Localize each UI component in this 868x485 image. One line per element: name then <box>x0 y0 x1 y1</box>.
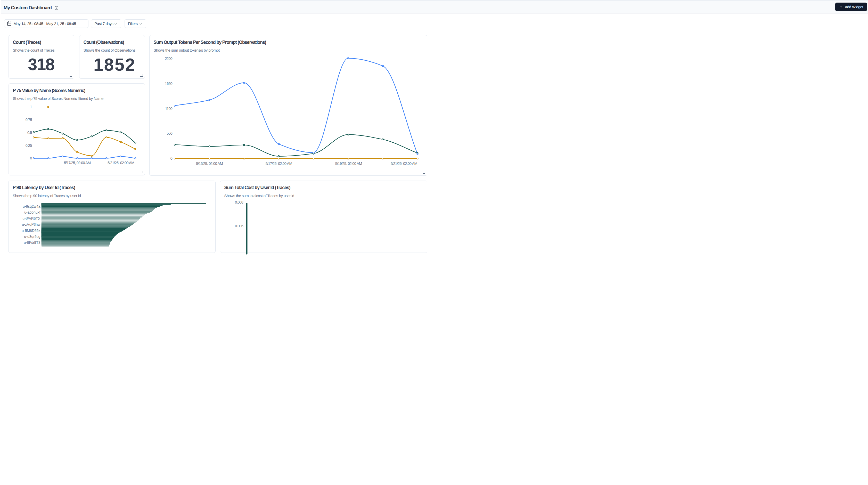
svg-text:u-aobnuxf: u-aobnuxf <box>24 210 40 214</box>
svg-text:0.75: 0.75 <box>25 118 32 122</box>
svg-text:5/21/25, 02:00 AM: 5/21/25, 02:00 AM <box>107 161 134 165</box>
svg-text:5/21/25, 02:00 AM: 5/21/25, 02:00 AM <box>391 161 417 165</box>
svg-text:0.008: 0.008 <box>235 200 243 204</box>
svg-text:550: 550 <box>166 131 172 135</box>
svg-text:0: 0 <box>30 156 32 160</box>
svg-text:5/19/25, 02:00 AM: 5/19/25, 02:00 AM <box>335 161 362 165</box>
svg-text:0.5: 0.5 <box>27 130 32 135</box>
svg-text:5/17/25, 02:00 AM: 5/17/25, 02:00 AM <box>265 161 292 165</box>
svg-text:u-d3qr5cg: u-d3qr5cg <box>24 234 40 238</box>
svg-text:u-tFAR5TX: u-tFAR5TX <box>23 216 40 220</box>
svg-text:u-8sq2w4a: u-8sq2w4a <box>23 204 40 208</box>
svg-text:5/17/25, 02:00 AM: 5/17/25, 02:00 AM <box>64 161 90 165</box>
svg-text:1100: 1100 <box>165 107 173 111</box>
svg-text:0.006: 0.006 <box>235 224 243 228</box>
svg-text:1650: 1650 <box>165 82 173 86</box>
svg-text:u-8fVa9T3: u-8fVa9T3 <box>24 240 40 243</box>
svg-text:5/15/25, 02:00 AM: 5/15/25, 02:00 AM <box>196 161 222 165</box>
svg-text:1: 1 <box>30 105 32 109</box>
svg-text:0.25: 0.25 <box>25 144 32 148</box>
svg-text:u-zVqP3hw: u-zVqP3hw <box>22 222 40 226</box>
svg-text:2200: 2200 <box>165 57 173 61</box>
svg-text:u-5M8D56k: u-5M8D56k <box>22 228 40 233</box>
svg-text:0: 0 <box>170 156 172 160</box>
